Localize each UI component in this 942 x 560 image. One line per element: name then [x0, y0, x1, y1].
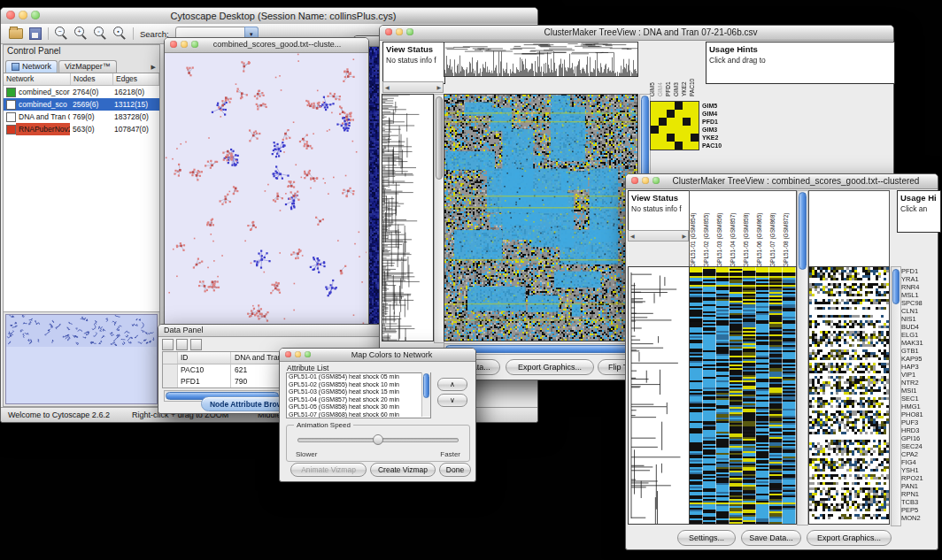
gene-row-label[interactable]: GIM3 — [702, 126, 722, 134]
gene-label[interactable]: YRA1 — [901, 275, 937, 283]
gene-label[interactable]: KAP95 — [901, 355, 937, 363]
gene-row-label[interactable]: GIM4 — [702, 110, 722, 118]
attribute-list[interactable]: GPL51-01 (GSM854) heat shock 05 minGPL51… — [286, 372, 431, 418]
slider-thumb[interactable] — [373, 434, 383, 445]
gene-label[interactable]: YSH1 — [901, 466, 937, 474]
gene-row-label[interactable]: YKE2 — [702, 134, 722, 142]
gene-label[interactable]: TCB3 — [901, 498, 937, 506]
gene-column-label[interactable]: GIM3 — [673, 42, 681, 96]
move-down-button[interactable]: ∨ — [437, 394, 467, 407]
condition-column-label[interactable]: GPL51-02 (GSM855) — [703, 191, 716, 267]
minimize-button[interactable] — [181, 41, 188, 48]
tab-vizmapper[interactable]: VizMapper™ — [58, 60, 117, 73]
column-network[interactable]: Network — [4, 73, 71, 85]
export-graphics-button[interactable]: Export Graphics... — [506, 359, 594, 375]
gene-label[interactable]: PAN1 — [901, 482, 937, 490]
tab-overflow-icon[interactable]: ▶ — [148, 64, 159, 73]
animation-speed-slider[interactable] — [297, 438, 459, 442]
gene-dendrogram[interactable] — [382, 94, 434, 341]
gene-label[interactable]: RNR4 — [901, 283, 937, 291]
gene-label[interactable]: PFD1 — [901, 267, 937, 275]
zoom-fit-icon[interactable]: ▫ — [94, 27, 107, 41]
scrollbar-thumb[interactable] — [423, 373, 429, 398]
expression-heatmap[interactable] — [689, 266, 797, 525]
export-graphics-button[interactable]: Export Graphics... — [807, 530, 892, 546]
dendrogram-hscrollbar[interactable]: ◀ ▶ — [628, 230, 689, 242]
condition-column-label[interactable]: GPL51-08 (GSM872) — [783, 191, 796, 267]
network-table-row[interactable]: combined_scores 2764(0) 16218(0) — [4, 86, 159, 98]
scrollbar-thumb[interactable] — [436, 96, 443, 180]
heatmap-vscrollbar[interactable] — [797, 190, 808, 525]
close-button[interactable] — [285, 351, 291, 357]
gene-label[interactable]: HMG1 — [901, 403, 937, 410]
gene-label[interactable]: SPC98 — [901, 299, 937, 307]
condition-column-label[interactable]: GPL51-04 (GSM857) — [730, 191, 743, 267]
gene-label[interactable]: MSI1 — [901, 387, 937, 395]
scrollbar-thumb[interactable] — [892, 269, 900, 304]
column-nodes[interactable]: Nodes — [71, 73, 113, 85]
zoom-out-icon[interactable]: − — [55, 27, 68, 41]
gene-label[interactable]: MAK31 — [901, 339, 937, 347]
cytoscape-titlebar[interactable]: Cytoscape Desktop (Session Name: collins… — [1, 8, 537, 25]
network-table-row[interactable]: combined_sco 2569(6) 13112(15) — [4, 98, 159, 111]
gene-row-label[interactable]: GIM5 — [702, 102, 722, 110]
zoom-button[interactable] — [305, 351, 311, 357]
gene-label[interactable]: NIS1 — [901, 315, 937, 323]
attribute-item[interactable]: GPL51-05 (GSM858) heat shock 30 min — [287, 403, 430, 411]
attribute-select-icon[interactable] — [176, 339, 188, 350]
gene-label[interactable]: BUD4 — [901, 323, 937, 331]
network-view-titlebar[interactable]: combined_scores_good.txt--cluste... — [165, 38, 368, 53]
attribute-item[interactable]: GPL51-04 (GSM857) heat shock 20 min — [287, 396, 430, 404]
zoom-selected-icon[interactable]: ▪ — [113, 27, 127, 41]
gene-column-label[interactable]: PFD1 — [665, 42, 673, 96]
done-button[interactable]: Done — [439, 463, 471, 477]
scroll-left-icon[interactable]: ◀ — [385, 84, 390, 90]
attribute-item[interactable]: GPL51-01 (GSM854) heat shock 05 min — [287, 373, 430, 381]
condition-column-label[interactable]: GPL51-03 (GSM856) — [716, 191, 730, 267]
scroll-left-icon[interactable]: ◀ — [630, 233, 635, 239]
gene-dendrogram[interactable] — [628, 266, 690, 525]
attribute-item[interactable]: GPL51-03 (GSM856) heat shock 15 min — [287, 388, 430, 396]
scrollbar-thumb[interactable] — [799, 192, 807, 270]
condition-column-label[interactable]: GPL51-06 (GSM865) — [756, 191, 769, 267]
save-data-button[interactable]: Save Data... — [741, 530, 801, 546]
gene-column-label[interactable]: GIM5 — [649, 42, 657, 96]
close-button[interactable] — [631, 177, 638, 184]
gene-label[interactable]: PUF3 — [901, 418, 937, 426]
attribute-db-icon[interactable] — [190, 339, 202, 350]
gene-column-label[interactable]: GIM4 — [657, 42, 665, 96]
treeview-combined-titlebar[interactable]: ClusterMaker TreeView : combined_scores_… — [626, 174, 938, 189]
minimize-button[interactable] — [642, 177, 649, 184]
condition-column-label[interactable]: GPL51-01 (GSM854) — [690, 191, 703, 267]
minimize-button[interactable] — [396, 28, 403, 35]
dendrogram-hscrollbar[interactable]: ◀ ▶ — [382, 81, 444, 93]
gene-label[interactable]: MSL1 — [901, 291, 937, 299]
tab-network[interactable]: Network — [5, 60, 58, 73]
gene-column-label[interactable]: YKE2 — [681, 42, 689, 96]
network-table-row[interactable]: DNA and Tran 07 769(0) 183728(0) — [4, 111, 159, 123]
save-session-icon[interactable] — [29, 27, 42, 40]
gene-column-label[interactable]: PAC10 — [689, 42, 697, 96]
selected-cluster-matrix[interactable] — [650, 101, 699, 150]
gene-label[interactable]: ELG1 — [901, 331, 937, 339]
attribute-grid-icon[interactable] — [162, 339, 174, 350]
column-id[interactable]: ID — [178, 352, 231, 364]
gene-label[interactable]: VIP1 — [901, 371, 937, 379]
zoom-in-icon[interactable]: + — [74, 27, 88, 41]
attribute-item[interactable]: GPL51-07 (GSM868) heat shock 60 min — [287, 411, 430, 419]
gene-label[interactable]: CLN1 — [901, 307, 937, 315]
gene-label[interactable]: NTR2 — [901, 379, 937, 387]
treeview-dna-titlebar[interactable]: ClusterMaker TreeView : DNA and Tran 07-… — [380, 26, 893, 41]
dialog-titlebar[interactable]: Map Colors to Network — [280, 349, 475, 362]
gene-label[interactable]: GPI16 — [901, 434, 937, 442]
zoom-button[interactable] — [406, 28, 413, 35]
minimize-button[interactable] — [19, 11, 27, 19]
attribute-item[interactable]: GPL51-02 (GSM855) heat shock 10 min — [287, 381, 430, 389]
open-session-icon[interactable] — [9, 28, 23, 39]
gene-row-label[interactable]: PAC10 — [702, 142, 722, 150]
expression-heatmap[interactable] — [444, 94, 638, 341]
move-up-button[interactable]: ∧ — [437, 378, 467, 391]
create-vizmap-button[interactable]: Create Vizmap — [370, 463, 436, 477]
gene-label[interactable]: HRD3 — [901, 426, 937, 434]
close-button[interactable] — [170, 41, 177, 48]
